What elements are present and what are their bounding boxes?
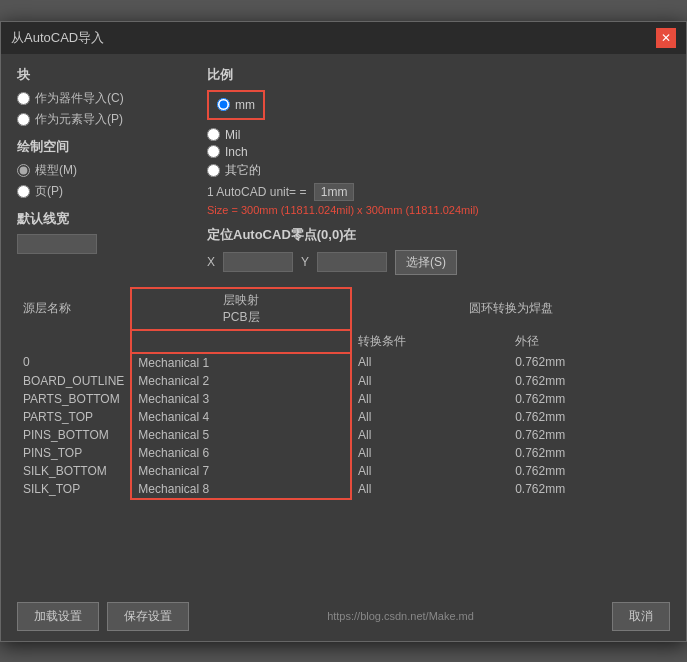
pcb-cell: Mechanical 7 [131,462,351,480]
model-radio[interactable] [17,164,30,177]
source-cell: BOARD_OUTLINE [17,372,131,390]
pcb-header: 层映射 PCB层 [131,288,351,330]
other-label[interactable]: 其它的 [225,162,261,179]
inch-label[interactable]: Inch [225,145,248,159]
source-cell: SILK_BOTTOM [17,462,131,480]
title-bar: 从AutoCAD导入 ✕ [1,22,686,54]
model-label[interactable]: 模型(M) [35,162,77,179]
mil-label[interactable]: Mil [225,128,240,142]
source-cell: PARTS_TOP [17,408,131,426]
source-header: 源层名称 [17,288,131,330]
dialog-title: 从AutoCAD导入 [11,29,104,47]
block-title: 块 [17,66,187,84]
outer-cell: 0.762mm [509,480,670,499]
save-settings-button[interactable]: 保存设置 [107,602,189,631]
mm-label[interactable]: mm [235,98,255,112]
table-row: PARTS_TOP Mechanical 4 All 0.762mm [17,408,670,426]
pcb-cell: Mechanical 1 [131,353,351,372]
line-width-title: 默认线宽 [17,210,187,228]
table-header-row: 源层名称 层映射 PCB层 圆环转换为焊盘 [17,288,670,330]
scale-title: 比例 [207,66,670,84]
pcb-cell: Mechanical 3 [131,390,351,408]
other-radio[interactable] [207,164,220,177]
import-element-row: 作为元素导入(P) [17,111,187,128]
y-input[interactable]: 0mm [317,252,387,272]
line-width-section: 默认线宽 0.0127mm [17,210,187,254]
page-label[interactable]: 页(P) [35,183,63,200]
mil-radio[interactable] [207,128,220,141]
pcb-cell: Mechanical 8 [131,480,351,499]
y-label: Y [301,255,309,269]
condition-header: 转换条件 [351,330,509,353]
import-component-radio[interactable] [17,92,30,105]
size-info: Size = 300mm (11811.024mil) x 300mm (118… [207,204,670,216]
table-row: PINS_BOTTOM Mechanical 5 All 0.762mm [17,426,670,444]
condition-cell: All [351,390,509,408]
condition-cell: All [351,462,509,480]
source-cell: PINS_TOP [17,444,131,462]
source-cell: SILK_TOP [17,480,131,499]
inch-row: Inch [207,145,670,159]
source-cell: PINS_BOTTOM [17,426,131,444]
load-settings-button[interactable]: 加载设置 [17,602,99,631]
blog-link: https://blog.csdn.net/Make.md [327,610,474,622]
mm-row: mm [217,98,255,112]
condition-cell: All [351,480,509,499]
outer-cell: 0.762mm [509,462,670,480]
page-row: 页(P) [17,183,187,200]
pcb-cell: Mechanical 4 [131,408,351,426]
table-row: 0 Mechanical 1 All 0.762mm [17,353,670,372]
pcb-cell: Mechanical 5 [131,426,351,444]
condition-cell: All [351,353,509,372]
outer-cell: 0.762mm [509,372,670,390]
line-width-input[interactable]: 0.0127mm [17,234,97,254]
two-column-layout: 块 作为器件导入(C) 作为元素导入(P) 绘制空间 模型(M) [17,66,670,275]
pcb-cell: Mechanical 2 [131,372,351,390]
condition-cell: All [351,444,509,462]
spacer [17,500,670,580]
import-component-row: 作为器件导入(C) [17,90,187,107]
model-row: 模型(M) [17,162,187,179]
x-input[interactable]: 0mm [223,252,293,272]
outer-header: 外径 [509,330,670,353]
annular-header: 圆环转换为焊盘 [351,288,670,330]
other-row: 其它的 [207,162,670,179]
origin-section: 定位AutoCAD零点(0,0)在 X 0mm Y 0mm 选择(S) [207,226,670,275]
select-button[interactable]: 选择(S) [395,250,457,275]
draw-space-title: 绘制空间 [17,138,187,156]
table-row: PARTS_BOTTOM Mechanical 3 All 0.762mm [17,390,670,408]
cancel-button[interactable]: 取消 [612,602,670,631]
table-body: 0 Mechanical 1 All 0.762mm BOARD_OUTLINE… [17,353,670,499]
source-cell: 0 [17,353,131,372]
outer-cell: 0.762mm [509,353,670,372]
mm-radio[interactable] [217,98,230,111]
pcb-cell: Mechanical 6 [131,444,351,462]
table-row: BOARD_OUTLINE Mechanical 2 All 0.762mm [17,372,670,390]
unit-eq-label: 1 AutoCAD unit= = [207,185,306,199]
dialog-body: 块 作为器件导入(C) 作为元素导入(P) 绘制空间 模型(M) [1,54,686,592]
import-element-label[interactable]: 作为元素导入(P) [35,111,123,128]
footer-left: 加载设置 保存设置 [17,602,189,631]
outer-cell: 0.762mm [509,444,670,462]
import-element-radio[interactable] [17,113,30,126]
scale-mm-group: mm [207,90,265,120]
outer-cell: 0.762mm [509,426,670,444]
layer-table: 源层名称 层映射 PCB层 圆环转换为焊盘 转换条件 外径 [17,287,670,500]
draw-space-section: 绘制空间 模型(M) 页(P) [17,138,187,200]
mil-row: Mil [207,128,670,142]
inch-radio[interactable] [207,145,220,158]
table-section: 源层名称 层映射 PCB层 圆环转换为焊盘 转换条件 外径 [17,287,670,500]
right-column: 比例 mm Mil Inch 其它的 [207,66,670,275]
table-row: SILK_BOTTOM Mechanical 7 All 0.762mm [17,462,670,480]
condition-cell: All [351,426,509,444]
close-button[interactable]: ✕ [656,28,676,48]
table-subheader-row: 转换条件 外径 [17,330,670,353]
import-component-label[interactable]: 作为器件导入(C) [35,90,124,107]
table-row: PINS_TOP Mechanical 6 All 0.762mm [17,444,670,462]
source-cell: PARTS_BOTTOM [17,390,131,408]
x-label: X [207,255,215,269]
outer-cell: 0.762mm [509,390,670,408]
main-dialog: 从AutoCAD导入 ✕ 块 作为器件导入(C) 作为元素导入(P) 绘制空间 [0,21,687,642]
page-radio[interactable] [17,185,30,198]
condition-cell: All [351,372,509,390]
